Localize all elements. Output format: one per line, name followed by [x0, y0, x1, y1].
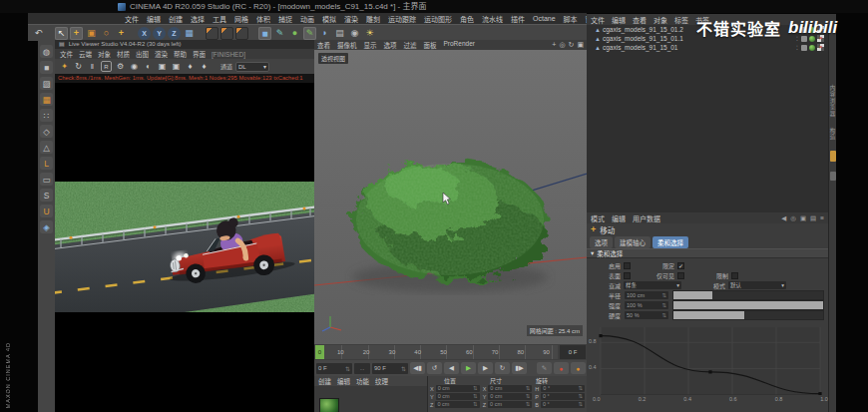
value-field[interactable]: 50 %⇅	[625, 311, 668, 319]
object-row[interactable]: ▲ cgaxis_models_91_15_01 ⁚ ×	[587, 43, 828, 52]
menu-item[interactable]: 渲染	[344, 14, 358, 24]
side-tab[interactable]: 内容浏览器	[829, 85, 837, 118]
attribute-menu-item[interactable]: 编辑	[612, 213, 626, 223]
prev-key-button[interactable]: ◀	[444, 362, 459, 374]
live-viewer-menu-item[interactable]: 帮助	[174, 49, 187, 59]
model-mode-icon[interactable]: ■	[40, 61, 53, 74]
menu-item[interactable]: 角色	[460, 14, 474, 24]
live-select-icon[interactable]: ↖	[55, 27, 68, 40]
material-menu-item[interactable]: 功能	[356, 376, 369, 386]
render-settings-icon[interactable]	[235, 27, 248, 40]
object-manager-menu-item[interactable]: 标签	[674, 15, 688, 25]
loop-button[interactable]: ↻	[495, 362, 510, 374]
side-tab[interactable]: 构造	[829, 128, 837, 141]
viewport-menu-item[interactable]: ProRender	[444, 40, 475, 50]
scale-tool-icon[interactable]: ▣	[85, 27, 98, 40]
object-name[interactable]: cgaxis_models_91_15_01.1	[603, 35, 683, 42]
menu-item[interactable]: 流水线	[482, 14, 503, 24]
range-end-field[interactable]: 90 F⇅	[372, 363, 408, 374]
stepper-icon[interactable]: ⇅	[661, 292, 666, 298]
menu-item[interactable]: 插件	[511, 14, 525, 24]
viewport-canvas[interactable]	[314, 50, 587, 344]
lv-pause-icon[interactable]: ‖	[87, 61, 98, 72]
undo-icon[interactable]: ↶	[32, 27, 45, 40]
menu-item[interactable]: 网格	[234, 14, 248, 24]
playhead[interactable]: 0	[315, 345, 324, 359]
light-icon[interactable]: ☀	[363, 27, 376, 40]
stepper-icon[interactable]: ⇅	[661, 312, 666, 318]
modeling-axis-icon[interactable]: L	[40, 157, 53, 170]
stepper-icon[interactable]: ⇅	[345, 365, 350, 372]
goto-end-button[interactable]: ▮▶	[512, 362, 527, 374]
value-field[interactable]: 100 cm⇅	[625, 291, 668, 299]
render-picture-viewer-icon[interactable]	[220, 27, 233, 40]
menu-item[interactable]: 选择	[191, 14, 205, 24]
attribute-tab[interactable]: 柔和选择	[652, 236, 688, 248]
lv-region-b-icon[interactable]: ▣	[171, 61, 182, 72]
material-thumbnail[interactable]	[319, 398, 339, 412]
menu-item[interactable]: 雕刻	[366, 14, 380, 24]
lv-refresh-icon[interactable]: ↻	[73, 61, 84, 72]
attribute-menu-item[interactable]: 模式	[591, 213, 605, 223]
stepper-icon[interactable]: ⇅	[661, 302, 666, 308]
channel-dropdown[interactable]: DL ▾	[235, 62, 269, 72]
polygons-mode-icon[interactable]: △	[40, 141, 53, 154]
subdivision-surface-icon[interactable]: ●	[288, 27, 301, 40]
slider-track[interactable]	[672, 300, 824, 310]
filter-icon[interactable]: ▤	[810, 214, 816, 222]
material-tag-icon[interactable]	[809, 45, 815, 51]
value-field[interactable]: 100 %⇅	[625, 301, 668, 309]
camera-icon[interactable]: ◉	[348, 27, 361, 40]
object-manager-menu-item[interactable]: 文件	[591, 15, 605, 25]
workplane-icon[interactable]: ◈	[40, 220, 53, 233]
active-dock-tab[interactable]	[830, 151, 836, 162]
uvw-tag-icon[interactable]: ×	[817, 44, 824, 51]
lv-region-a-icon[interactable]: ▣	[157, 61, 168, 72]
toolbar-separator[interactable]	[130, 27, 136, 40]
object-name[interactable]: cgaxis_models_91_15_01.2	[603, 26, 683, 33]
rotate-tool-icon[interactable]: ○	[100, 27, 113, 40]
range-slider[interactable]: ‥	[354, 363, 370, 374]
live-viewer-menu-item[interactable]: 界面	[193, 49, 206, 59]
slider-track[interactable]	[672, 310, 824, 320]
menu-item[interactable]: 脚本	[564, 14, 578, 24]
play-button[interactable]: ▶	[461, 362, 476, 374]
make-editable-icon[interactable]: ◍	[40, 45, 53, 58]
move-tool-icon[interactable]: +	[70, 27, 83, 40]
live-viewer-menu-item[interactable]: 云端	[79, 49, 92, 59]
checkbox[interactable]	[624, 272, 631, 279]
toolbar-separator[interactable]	[198, 27, 204, 40]
transport-separator[interactable]	[529, 362, 535, 374]
viewport-menu-item[interactable]: 摄像机	[337, 40, 357, 50]
live-viewer-menu-item[interactable]: 材质	[117, 49, 130, 59]
live-viewer-menu-item[interactable]: 出图	[136, 49, 149, 59]
live-viewer-menu-item[interactable]: 渲染	[155, 49, 168, 59]
y-axis-lock-icon[interactable]: Y	[153, 27, 166, 40]
object-manager-menu-item[interactable]: 查看	[633, 15, 647, 25]
view-label[interactable]: 透视视图	[318, 53, 348, 64]
lv-settings-gear-icon[interactable]: ⚙	[115, 61, 126, 72]
live-viewer-menu-item[interactable]: 对象	[98, 49, 111, 59]
dropdown[interactable]: 样条▾	[624, 281, 681, 289]
record-keyframe-button[interactable]: ✎	[537, 362, 552, 374]
x-axis-lock-icon[interactable]: X	[138, 27, 151, 40]
attribute-tab[interactable]: 选项	[590, 236, 613, 248]
spline-pen-icon[interactable]: ✎	[273, 27, 286, 40]
render-view-icon[interactable]	[206, 27, 218, 40]
menu-item[interactable]: 运动图形	[424, 14, 452, 24]
slider-track[interactable]	[672, 290, 824, 300]
attribute-menu-item[interactable]: 用户数据	[633, 213, 660, 223]
falloff-curve-editor[interactable]: 0.8 0.4 0.00.20.40.60.81.0	[587, 321, 828, 412]
next-key-button[interactable]: ▶	[478, 362, 493, 374]
viewport-solo-icon[interactable]: ▭	[40, 173, 53, 186]
current-frame-field[interactable]: 0 F	[560, 345, 586, 359]
play-mode-button[interactable]: ↺	[427, 362, 442, 374]
stepper-icon[interactable]: ⇅	[401, 365, 406, 372]
visibility-dots-icon[interactable]: ⁚	[796, 44, 799, 51]
zoom-view-icon[interactable]: ◎	[559, 41, 565, 49]
menu-item[interactable]: 动画	[300, 14, 314, 24]
lv-sphere-icon[interactable]: ◐	[143, 61, 154, 72]
menu-item[interactable]: 体积	[256, 14, 270, 24]
toolbar-separator[interactable]	[47, 27, 53, 40]
object-manager[interactable]: ▲ cgaxis_models_91_15_01.2 ⁚ × ▲ cgaxis_…	[587, 25, 828, 213]
